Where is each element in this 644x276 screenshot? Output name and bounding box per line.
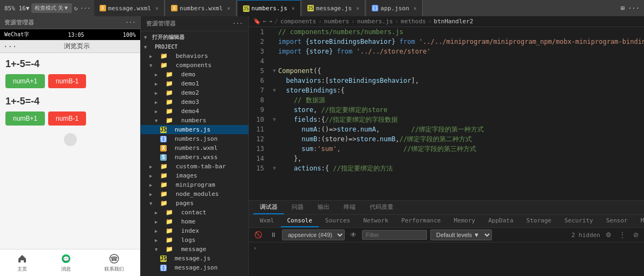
bottom-main-tab-0[interactable]: 调试器: [253, 201, 284, 214]
bottom-nav-home[interactable]: 主页: [16, 253, 28, 273]
tree-item-demo2[interactable]: ▶ 📁 demo2: [141, 88, 248, 97]
tree-item-demo1[interactable]: ▶ 📁 demo1: [141, 79, 248, 88]
refresh-icon[interactable]: ↻: [74, 5, 78, 12]
clear-console-btn[interactable]: 🚫: [252, 231, 265, 239]
breadcrumb-methods[interactable]: methods: [401, 18, 426, 25]
tab-numbers-wxml[interactable]: Xnumbers.wxml×: [166, 0, 236, 16]
tab-app-json[interactable]: {}app.json×: [366, 0, 423, 16]
error-icon[interactable]: ⊘: [631, 231, 641, 239]
breadcrumb-handler[interactable]: btnHandler2: [434, 18, 474, 25]
tree-item-numbers-json[interactable]: {} numbers.json: [141, 134, 248, 143]
tab-message-js[interactable]: JSmessage.js×: [302, 0, 365, 16]
tab-label-message-js: message.js: [316, 5, 352, 12]
back-nav-icon[interactable]: ←: [263, 18, 267, 25]
console-filter-input[interactable]: [362, 230, 427, 240]
code-editor: 1// components/numbers/numbers.js2import…: [249, 27, 644, 200]
bottom-nav-chat[interactable]: 💬 消息: [60, 253, 72, 273]
bottom-subtab-appdata[interactable]: AppData: [482, 215, 520, 227]
bottom-subtab-performance[interactable]: Performance: [395, 215, 448, 227]
phone-battery: 100%: [123, 32, 136, 38]
tree-item-images[interactable]: ▶ 📁 images: [141, 171, 248, 180]
tab-close-app-json[interactable]: ×: [413, 5, 417, 11]
bottom-main-tab-3[interactable]: 终端: [337, 201, 362, 214]
numB-minus-btn-1[interactable]: numB-1: [48, 74, 86, 88]
line-num-15: 15: [249, 163, 271, 173]
tree-item-message-json[interactable]: {} message.json: [141, 263, 248, 272]
phone-toolbar-more[interactable]: ···: [125, 19, 136, 26]
bottom-subtab-sources[interactable]: Sources: [319, 215, 357, 227]
breadcrumb-components[interactable]: components: [280, 18, 316, 25]
tree-item-message-js2[interactable]: JS message.js: [141, 254, 248, 263]
code-line-14: 14 },: [249, 154, 644, 163]
tab-numbers-js[interactable]: JSnumbers.js×: [238, 0, 301, 16]
split-editor-icon[interactable]: ⊞: [621, 4, 625, 12]
numB-plus-btn[interactable]: numB+1: [5, 111, 45, 126]
line-expand-7[interactable]: ▼: [271, 86, 278, 95]
bottom-subtab-network[interactable]: Network: [357, 215, 395, 227]
tree-item-node_modules[interactable]: ▶ 📁 node_modules: [141, 189, 248, 199]
tab-message-wxml[interactable]: Xmessage.wxml×: [94, 0, 165, 16]
bottom-panel: 调试器问题输出终端代码质量 WxmlConsoleSourcesNetworkP…: [249, 200, 644, 276]
tree-item-behaviors[interactable]: ▶ 📁 behaviors: [141, 51, 248, 61]
tab-close-message-wxml[interactable]: ×: [155, 5, 159, 11]
tree-item-miniprogram[interactable]: ▶ 📁 miniprogram: [141, 180, 248, 189]
tree-item-demo[interactable]: ▶ 📁 demo: [141, 70, 248, 79]
phone-status-bar: WeChat字 13:05 100%: [0, 29, 140, 40]
bottom-subtab-storage[interactable]: Storage: [520, 215, 558, 227]
more-actions-icon[interactable]: ···: [628, 4, 640, 12]
bottom-subtab-console[interactable]: Console: [281, 215, 319, 227]
bottom-main-tab-1[interactable]: 问题: [285, 201, 310, 214]
bottom-subtab-wxml[interactable]: Wxml: [253, 215, 281, 227]
tree-item-message[interactable]: ▼ 📁 message: [141, 245, 248, 254]
file-tree-more[interactable]: ···: [232, 20, 243, 27]
breadcrumb-numbers[interactable]: numbers: [324, 18, 349, 25]
settings-icon[interactable]: ⚙: [603, 231, 614, 239]
tree-item-demo4[interactable]: ▶ 📁 demo4: [141, 107, 248, 116]
numB-minus-btn-2[interactable]: numB-1: [48, 111, 86, 126]
tree-item-pages[interactable]: ▼ 📁 pages: [141, 199, 248, 208]
tree-item-numbers-js[interactable]: JS numbers.js: [141, 125, 248, 134]
tree-item-numbers-wxml[interactable]: X numbers.wxml: [141, 143, 248, 153]
bottom-nav-contact[interactable]: ☎ 联系我们: [104, 253, 124, 273]
pause-btn[interactable]: ⏸: [268, 231, 279, 239]
line-content-8: // 数据源: [278, 95, 644, 105]
bottom-main-tab-4[interactable]: 代码质量: [363, 201, 400, 214]
forward-nav-icon[interactable]: →: [269, 18, 273, 25]
tree-item-custom-tab-bar[interactable]: ▶ 📁 custom-tab-bar: [141, 162, 248, 171]
tab-close-message-js[interactable]: ×: [356, 5, 359, 11]
tree-item-contact[interactable]: ▶ 📁 contact: [141, 208, 248, 217]
line-expand-5[interactable]: ▼: [271, 66, 278, 76]
tree-item-index[interactable]: ▶ 📁 index: [141, 226, 248, 235]
tree-item-numbers-wxss[interactable]: S numbers.wxss: [141, 153, 248, 162]
phone-carrier: WeChat字: [4, 31, 29, 38]
numA-plus-btn[interactable]: numA+1: [5, 74, 45, 88]
breadcrumb-sep-1: ›: [318, 18, 322, 25]
back-icon[interactable]: ···: [3, 42, 17, 51]
tab-close-numbers-js[interactable]: ×: [292, 5, 295, 11]
bottom-subtab-memory[interactable]: Memory: [447, 215, 482, 227]
inspect-mode-btn[interactable]: 检查模式 关▼: [31, 3, 72, 13]
tab-close-numbers-wxml[interactable]: ×: [227, 5, 231, 11]
tree-item-home[interactable]: ▶ 📁 home: [141, 217, 248, 226]
json-icon: {}: [372, 5, 378, 11]
service-selector[interactable]: appservice (#49): [282, 229, 345, 240]
breadcrumb-file[interactable]: numbers.js: [357, 18, 393, 25]
tree-item-logs[interactable]: ▶ 📁 logs: [141, 235, 248, 245]
tree-label-pages: pages: [176, 200, 194, 207]
eye-btn[interactable]: 👁: [348, 231, 359, 239]
more-console-icon[interactable]: ⋮: [617, 231, 628, 239]
bottom-subtab-security[interactable]: Security: [558, 215, 600, 227]
bottom-subtab-sensor[interactable]: Sensor: [600, 215, 634, 227]
bottom-subtab-mock[interactable]: Mock: [634, 215, 644, 227]
levels-selector[interactable]: Default levels ▼: [430, 229, 492, 240]
line-expand-10[interactable]: ▼: [271, 115, 278, 124]
tree-item-numbers[interactable]: ▼ 📁 numbers: [141, 116, 248, 125]
hidden-count: 2 hidden: [571, 232, 600, 239]
line-num-12: 12: [249, 134, 271, 144]
more-icon[interactable]: ···: [80, 5, 91, 12]
line-expand-15[interactable]: ▼: [271, 163, 278, 173]
bottom-main-tab-2[interactable]: 输出: [311, 201, 336, 214]
tree-item-components[interactable]: ▼ 📁 components: [141, 61, 248, 70]
code-line-9: 9 store, //指定要绑定的store: [249, 105, 644, 115]
tree-item-demo3[interactable]: ▶ 📁 demo3: [141, 97, 248, 107]
